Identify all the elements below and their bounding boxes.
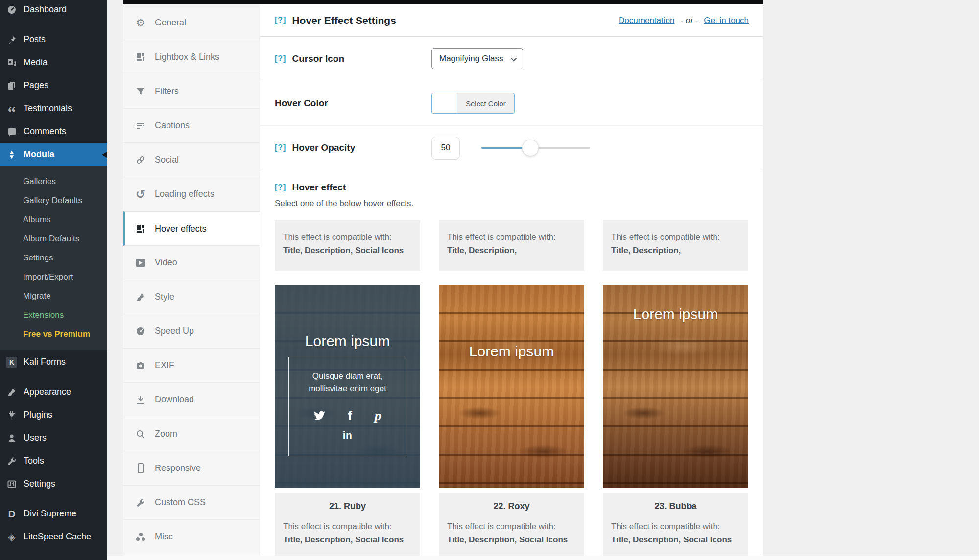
tab-general[interactable]: ⚙ General	[123, 6, 260, 40]
help-icon[interactable]: [?]	[275, 54, 286, 64]
modula-star-icon	[6, 149, 17, 160]
sidebar-item-appearance[interactable]: Appearance	[0, 380, 107, 403]
sidebar-item-divi-supreme[interactable]: D Divi Supreme	[0, 502, 107, 525]
sidebar-item-tools[interactable]: Tools	[0, 449, 107, 472]
current-menu-arrow-icon	[102, 149, 107, 161]
modula-submenu: Galleries Gallery Defaults Albums Album …	[0, 166, 107, 350]
sidebar-item-label: LiteSpeed Cache	[24, 532, 91, 542]
hover-effects-grid: This effect is compatible with: Title, D…	[260, 220, 763, 556]
effect-preview-ruby[interactable]: Lorem ipsum Quisque diam erat, mollisvit…	[275, 285, 420, 488]
hover-opacity-slider[interactable]	[481, 147, 590, 149]
gear-icon: ⚙	[135, 17, 146, 29]
pushpin-icon	[6, 34, 17, 45]
cursor-icon-select[interactable]: Magnifying Glass	[431, 48, 523, 69]
hover-color-picker[interactable]: Select Color	[431, 93, 515, 114]
effect-info: 23. Bubba This effect is compatible with…	[603, 493, 748, 556]
sidebar-item-label: Posts	[24, 34, 46, 45]
sidebar-item-settings[interactable]: Settings	[0, 472, 107, 495]
effect-preview-bubba[interactable]: Lorem ipsum	[603, 285, 748, 488]
help-icon[interactable]: [?]	[275, 16, 286, 25]
tab-filters[interactable]: Filters	[123, 74, 260, 109]
tab-misc[interactable]: Misc	[123, 520, 260, 554]
twitter-icon[interactable]	[313, 410, 325, 421]
sidebar-item-label: Dashboard	[24, 4, 67, 15]
litespeed-diamond-icon: ◈	[6, 532, 17, 542]
help-icon[interactable]: [?]	[275, 183, 286, 192]
tab-video[interactable]: Video	[123, 246, 260, 280]
preview-title: Lorem ipsum	[603, 306, 748, 323]
preview-description: Quisque diam erat, mollisvitae enim eget	[293, 370, 402, 395]
chevron-down-icon	[511, 55, 517, 61]
get-in-touch-link[interactable]: Get in touch	[704, 16, 749, 25]
hover-opacity-row: [?] Hover Opacity	[260, 126, 763, 170]
hover-color-row: Hover Color Select Color	[260, 81, 763, 126]
tab-exif[interactable]: EXIF	[123, 349, 260, 383]
sidebar-item-users[interactable]: Users	[0, 426, 107, 449]
color-swatch[interactable]	[432, 93, 457, 113]
tab-responsive[interactable]: Responsive	[123, 451, 260, 486]
tab-custom-css[interactable]: Custom CSS	[123, 486, 260, 520]
tab-captions[interactable]: Captions	[123, 109, 260, 143]
effect-compat: This effect is compatible with: Title, D…	[439, 520, 584, 546]
tab-lightbox-links[interactable]: Lightbox & Links	[123, 40, 260, 74]
wood-photo	[439, 285, 584, 488]
sidebar-item-modula[interactable]: Modula	[0, 143, 107, 166]
sidebar-item-comments[interactable]: Comments	[0, 120, 107, 143]
tab-speed-up[interactable]: Speed Up	[123, 314, 260, 349]
sidebar-item-modula-settings[interactable]: Settings	[0, 248, 107, 267]
bottom-strip	[107, 556, 979, 560]
hover-color-label: Hover Color	[275, 98, 431, 109]
sidebar-item-testimonials[interactable]: “ Testimonials	[0, 97, 107, 120]
sidebar-item-free-vs-premium[interactable]: Free vs Premium	[0, 325, 107, 344]
effect-name: 22. Roxy	[439, 501, 584, 512]
header-links: Documentation - or - Get in touch	[619, 16, 749, 25]
tab-zoom[interactable]: Zoom	[123, 417, 260, 451]
or-text: - or -	[680, 16, 698, 25]
modula-grid-icon	[135, 51, 146, 63]
sidebar-item-kali-forms[interactable]: K Kali Forms	[0, 350, 107, 373]
slider-handle[interactable]	[522, 140, 539, 156]
tab-download[interactable]: Download	[123, 383, 260, 417]
magnifier-icon	[135, 428, 146, 440]
sidebar-item-collapse-menu[interactable]: Collapse menu	[0, 555, 107, 560]
pinterest-icon[interactable]: p	[375, 408, 382, 423]
wrench-icon	[135, 497, 146, 509]
sidebar-item-import-export[interactable]: Import/Export	[0, 267, 107, 286]
chain-link-icon	[135, 154, 146, 166]
effect-preview-roxy[interactable]: Lorem ipsum	[439, 285, 584, 488]
sidebar-item-album-defaults[interactable]: Album Defaults	[0, 229, 107, 248]
sidebar-item-pages[interactable]: Pages	[0, 74, 107, 97]
hover-opacity-input[interactable]	[431, 137, 460, 160]
sidebar-item-gallery-defaults[interactable]: Gallery Defaults	[0, 191, 107, 210]
quote-icon: “	[6, 103, 17, 114]
sidebar-item-galleries[interactable]: Galleries	[0, 172, 107, 191]
sidebar-item-plugins[interactable]: Plugins	[0, 403, 107, 426]
sidebar-item-litespeed-cache[interactable]: ◈ LiteSpeed Cache	[0, 525, 107, 548]
sidebar-item-albums[interactable]: Albums	[0, 210, 107, 229]
pages-icon	[6, 80, 17, 91]
sidebar-item-dashboard[interactable]: Dashboard	[0, 0, 107, 21]
hover-effect-section: [?] Hover effect Select one of the below…	[260, 170, 763, 209]
sidebar-item-extensions[interactable]: Extensions	[0, 305, 107, 325]
effect-card-ruby: This effect is compatible with: Title, D…	[275, 220, 420, 556]
sidebar-item-migrate[interactable]: Migrate	[0, 286, 107, 305]
sidebar-item-media[interactable]: Media	[0, 51, 107, 74]
compat-box: This effect is compatible with: Title, D…	[275, 220, 420, 271]
documentation-link[interactable]: Documentation	[619, 16, 674, 25]
sidebar-item-label: Plugins	[24, 410, 52, 420]
tab-hover-effects[interactable]: Hover effects	[123, 211, 260, 246]
tab-social[interactable]: Social	[123, 143, 260, 177]
tab-loading-effects[interactable]: ↺ Loading effects	[123, 177, 260, 211]
facebook-icon[interactable]: f	[348, 408, 352, 423]
linkedin-icon[interactable]: in	[343, 429, 353, 441]
hover-overlay: Lorem ipsum Quisque diam erat, mollisvit…	[275, 285, 420, 488]
help-icon[interactable]: [?]	[275, 143, 286, 153]
sidebar-item-posts[interactable]: Posts	[0, 28, 107, 51]
camera-icon	[135, 360, 146, 372]
dashboard-gauge-icon	[6, 4, 17, 15]
modula-grid-icon	[135, 223, 146, 234]
select-color-button[interactable]: Select Color	[457, 93, 514, 113]
sidebar-item-label: Appearance	[24, 387, 71, 397]
tab-style[interactable]: Style	[123, 280, 260, 314]
social-icons-row: f p	[293, 408, 402, 423]
